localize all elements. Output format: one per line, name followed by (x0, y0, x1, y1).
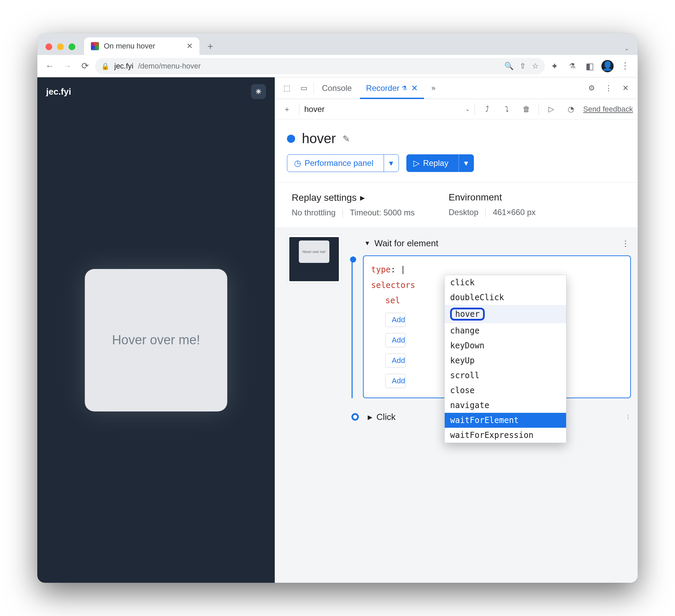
browser-tab[interactable]: On menu hover ✕ (84, 37, 199, 55)
labs-icon[interactable]: ⚗ (564, 58, 580, 74)
url-host: jec.fyi (114, 62, 133, 71)
tab-title: On menu hover (104, 42, 155, 51)
timeline-line (352, 261, 353, 398)
step-menu-icon[interactable]: ⋮ (621, 239, 630, 248)
forward-button[interactable]: → (60, 58, 75, 74)
collapse-icon[interactable]: ▼ (364, 240, 370, 247)
close-tab-icon[interactable]: ✕ (187, 42, 193, 51)
step-header[interactable]: ▼ Wait for element ⋮ (363, 235, 631, 252)
device-value: Desktop (449, 208, 479, 217)
tab-recorder[interactable]: Recorder ⚗ ✕ (360, 77, 424, 99)
divider (475, 103, 475, 115)
expand-icon[interactable]: ▶ (368, 413, 372, 421)
more-tabs-icon[interactable]: » (426, 81, 441, 96)
replay-caret[interactable]: ▾ (459, 155, 474, 172)
chevron-down-icon[interactable]: ⌄ (465, 106, 470, 112)
replay-settings-heading[interactable]: Replay settings ▸ (292, 192, 415, 203)
settings-icon[interactable]: ⚙ (584, 81, 599, 96)
chrome-menu-icon[interactable]: ⋮ (617, 58, 633, 74)
dropdown-option-keydown[interactable]: keyDown (445, 338, 566, 353)
step-thumbnail[interactable]: Hover over me! (287, 235, 341, 284)
tabs-overflow-icon[interactable]: ⌄ (624, 45, 629, 52)
page-header: jec.fyi ☀ (37, 77, 275, 106)
zoom-out-icon[interactable]: 🔍 (504, 62, 514, 70)
replay-button[interactable]: ▷Replay ▾ (406, 154, 474, 172)
performance-panel-caret[interactable]: ▾ (384, 155, 399, 172)
send-feedback-link[interactable]: Send feedback (583, 105, 633, 114)
reload-button[interactable]: ⟳ (77, 58, 93, 74)
devtools-tabbar: ⬚ ▭ Console Recorder ⚗ ✕ » ⚙ ⋮ ✕ (275, 77, 638, 99)
kv-key-selectors: selectors (371, 281, 415, 290)
dropdown-option-scroll[interactable]: scroll (445, 368, 566, 383)
content-split: jec.fyi ☀ Hover over me! ⬚ ▭ Console Rec… (37, 77, 638, 583)
beaker-icon: ⚗ (402, 84, 407, 92)
recording-name[interactable]: hover (304, 104, 461, 114)
divider (313, 82, 314, 94)
recorder-toolbar: ＋ hover ⌄ ⤴ ⤵ 🗑 ▷ ◔ Send feedback (275, 99, 638, 119)
timeline-dot-icon (351, 413, 359, 421)
thumbnail-card: Hover over me! (299, 240, 329, 263)
site-title: jec.fyi (46, 86, 71, 97)
tab-strip: On menu hover ✕ ＋ ⌄ (37, 33, 638, 55)
add-button[interactable]: Add (385, 353, 406, 368)
dropdown-option-close[interactable]: close (445, 383, 566, 398)
type-autocomplete-dropdown[interactable]: click doubleClick hover change keyDown k… (444, 275, 566, 443)
add-button[interactable]: Add (385, 313, 406, 327)
recording-title: hover (302, 131, 336, 146)
hover-card[interactable]: Hover over me! (85, 269, 227, 411)
add-button[interactable]: Add (385, 374, 406, 388)
minimize-window-icon[interactable] (57, 43, 64, 50)
new-tab-button[interactable]: ＋ (203, 39, 218, 54)
delete-icon[interactable]: 🗑 (519, 102, 534, 117)
extensions-icon[interactable]: ✦ (547, 58, 562, 74)
close-panel-icon[interactable]: ✕ (411, 83, 418, 93)
divider (539, 103, 539, 115)
close-devtools-icon[interactable]: ✕ (618, 81, 633, 96)
tab-console[interactable]: Console (316, 77, 358, 99)
dropdown-option-waitforexpression[interactable]: waitForExpression (445, 428, 566, 443)
new-recording-button[interactable]: ＋ (279, 102, 294, 117)
environment-block: Environment Desktop 461×660 px (449, 192, 536, 217)
back-button[interactable]: ← (42, 58, 58, 74)
browser-toolbar: ← → ⟳ 🔒 jec.fyi/demo/menu-hover 🔍 ⇧ ☆ ✦ … (37, 55, 638, 77)
step2-header[interactable]: ▶ Click (368, 412, 396, 422)
performance-panel-label: Performance panel (305, 158, 373, 168)
share-icon[interactable]: ⇧ (520, 62, 526, 70)
chevron-right-icon: ▸ (360, 192, 365, 203)
dropdown-option-hover[interactable]: hover (445, 305, 566, 323)
dropdown-option-doubleclick[interactable]: doubleClick (445, 290, 566, 305)
tab-recorder-label: Recorder (366, 83, 400, 93)
performance-panel-button[interactable]: ◷Performance panel ▾ (287, 154, 399, 172)
dropdown-option-keyup[interactable]: keyUp (445, 353, 566, 368)
bookmark-icon[interactable]: ☆ (532, 62, 539, 70)
page-viewport: jec.fyi ☀ Hover over me! (37, 77, 275, 583)
step-menu-icon[interactable]: ⋮ (625, 414, 631, 420)
theme-toggle-button[interactable]: ☀ (251, 84, 266, 99)
dropdown-option-navigate[interactable]: navigate (445, 398, 566, 413)
edit-title-icon[interactable]: ✎ (343, 134, 350, 144)
text-cursor (403, 266, 403, 274)
timeout-value: Timeout: 5000 ms (350, 208, 414, 217)
tab-console-label: Console (322, 83, 352, 93)
kv-key-type: type (371, 265, 391, 274)
dropdown-option-change[interactable]: change (445, 323, 566, 338)
device-toggle-icon[interactable]: ▭ (296, 81, 311, 96)
browser-window: On menu hover ✕ ＋ ⌄ ← → ⟳ 🔒 jec.fyi/demo… (37, 33, 638, 583)
close-window-icon[interactable] (45, 43, 52, 50)
dropdown-option-click[interactable]: click (445, 275, 566, 290)
inspect-icon[interactable]: ⬚ (279, 81, 294, 96)
step-play-icon[interactable]: ▷ (544, 102, 559, 117)
dropdown-option-waitforelement[interactable]: waitForElement (445, 413, 566, 428)
kv-key-sel: sel (385, 296, 400, 305)
url-path: /demo/menu-hover (138, 62, 201, 71)
replay-settings-values: No throttling Timeout: 5000 ms (292, 208, 415, 217)
export-icon[interactable]: ⤴ (480, 102, 495, 117)
kebab-menu-icon[interactable]: ⋮ (601, 81, 616, 96)
import-icon[interactable]: ⤵ (499, 102, 514, 117)
address-bar[interactable]: 🔒 jec.fyi/demo/menu-hover 🔍 ⇧ ☆ (95, 58, 545, 74)
profile-avatar[interactable]: 👤 (600, 58, 615, 74)
maximize-window-icon[interactable] (69, 43, 75, 50)
slow-replay-icon[interactable]: ◔ (563, 102, 578, 117)
add-button[interactable]: Add (385, 333, 406, 347)
sidepanel-icon[interactable]: ◧ (582, 58, 598, 74)
